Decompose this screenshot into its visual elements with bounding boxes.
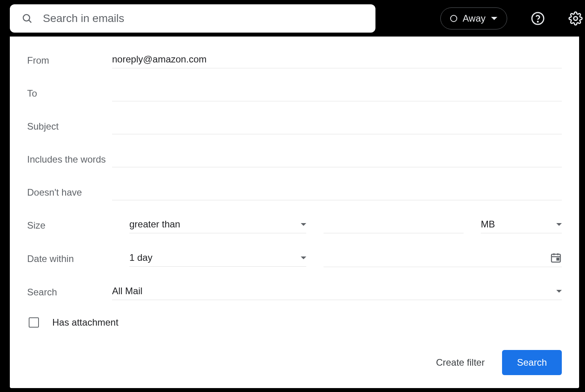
label-from: From: [27, 55, 112, 66]
status-label: Away: [463, 13, 486, 24]
search-box[interactable]: [10, 4, 375, 33]
search-input[interactable]: [43, 12, 364, 25]
size-comparator-value: greater than: [129, 219, 180, 230]
label-doesnt-have: Doesn't have: [27, 187, 112, 198]
create-filter-button[interactable]: Create filter: [436, 357, 485, 368]
row-subject: Subject: [27, 118, 562, 134]
top-bar: Away: [0, 0, 585, 37]
subject-field[interactable]: [112, 118, 562, 134]
search-scope-value: All Mail: [112, 286, 142, 297]
row-has-attachment: Has attachment: [27, 317, 562, 328]
svg-point-4: [574, 16, 578, 20]
svg-point-0: [23, 15, 29, 21]
search-button[interactable]: Search: [502, 350, 562, 375]
chevron-down-icon: [556, 223, 562, 226]
label-subject: Subject: [27, 121, 112, 132]
button-row: Create filter Search: [27, 350, 562, 375]
label-size: Size: [27, 220, 112, 231]
calendar-icon: [550, 252, 562, 264]
includes-field[interactable]: [112, 151, 562, 167]
label-includes: Includes the words: [27, 154, 112, 165]
size-comparator-select[interactable]: greater than: [129, 217, 306, 233]
search-scope-select[interactable]: All Mail: [112, 284, 562, 300]
row-includes: Includes the words: [27, 151, 562, 167]
svg-line-1: [29, 20, 31, 22]
doesnt-have-field[interactable]: [112, 184, 562, 200]
gear-icon[interactable]: [568, 11, 583, 26]
chevron-down-icon: [556, 290, 562, 293]
status-pill[interactable]: Away: [440, 7, 507, 29]
label-date-within: Date within: [27, 253, 112, 264]
label-to: To: [27, 88, 112, 99]
row-date-within: Date within 1 day: [27, 250, 562, 267]
chevron-down-icon: [301, 223, 306, 226]
row-from: From: [27, 52, 562, 68]
row-size: Size greater than MB: [27, 217, 562, 233]
row-search-scope: Search All Mail: [27, 284, 562, 300]
size-unit-value: MB: [481, 219, 495, 230]
row-to: To: [27, 85, 562, 101]
label-search-scope: Search: [27, 287, 112, 298]
svg-rect-9: [557, 258, 559, 260]
search-icon: [22, 13, 33, 24]
status-circle-icon: [450, 15, 457, 22]
chevron-down-icon: [301, 256, 306, 259]
help-icon[interactable]: [531, 11, 545, 26]
chevron-down-icon: [491, 17, 497, 20]
from-field[interactable]: [112, 52, 562, 68]
size-unit-select[interactable]: MB: [481, 217, 562, 233]
size-value-field[interactable]: [324, 217, 464, 233]
label-has-attachment: Has attachment: [52, 317, 118, 328]
date-value-field[interactable]: [324, 250, 562, 267]
date-range-select[interactable]: 1 day: [129, 251, 306, 267]
has-attachment-checkbox[interactable]: [29, 317, 39, 328]
to-field[interactable]: [112, 85, 562, 101]
date-range-value: 1 day: [129, 252, 153, 263]
row-doesnt-have: Doesn't have: [27, 184, 562, 200]
advanced-search-panel: From To Subject Includes the words Doesn…: [10, 37, 579, 388]
svg-point-3: [537, 21, 538, 22]
